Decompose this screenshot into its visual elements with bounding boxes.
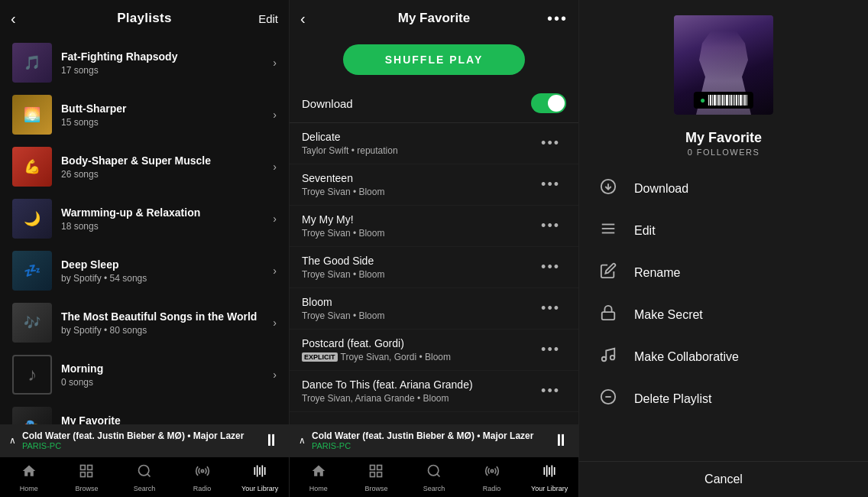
secret-icon (598, 304, 619, 325)
pause-button-left[interactable]: ⏸ (263, 430, 280, 450)
download-toggle[interactable] (531, 93, 566, 113)
context-item-edit[interactable]: Edit (579, 210, 868, 252)
song-artist: Troye Sivan, Ariana Grande • Bloom (302, 393, 449, 404)
library-icon-mid (542, 463, 557, 482)
download-icon (598, 178, 619, 199)
song-info: Dance To This (feat. Ariana Grande) Troy… (302, 378, 535, 404)
song-more-button[interactable]: ••• (535, 132, 566, 154)
back-button-mid[interactable]: ‹ (300, 10, 306, 28)
playlist-name: Warmming-up & Relaxation (61, 206, 273, 219)
context-delete-label: Delete Playlist (634, 392, 711, 406)
nav-item-library-mid[interactable]: Your Library (529, 463, 571, 492)
svg-rect-1 (88, 466, 92, 470)
nav-item-home-left[interactable]: Home (8, 463, 50, 492)
radio-icon (195, 463, 210, 482)
nav-item-browse-left[interactable]: Browse (66, 463, 108, 492)
context-followers: 0 FOLLOWERS (579, 148, 868, 167)
playlist-meta: 18 songs (61, 221, 273, 232)
nav-label-radio: Radio (193, 485, 212, 492)
playlist-item[interactable]: 🌙 Warmming-up & Relaxation 18 songs › (0, 193, 289, 245)
song-item[interactable]: Bloom Troye Sivan • Bloom ••• (290, 288, 578, 330)
playlist-item[interactable]: 💪 Body-Shaper & Super Muscle 26 songs › (0, 141, 289, 193)
song-item[interactable]: My My My! Troye Sivan • Bloom ••• (290, 206, 578, 247)
context-item-make-secret[interactable]: Make Secret (579, 294, 868, 336)
song-more-button[interactable]: ••• (535, 297, 566, 320)
svg-point-30 (602, 357, 607, 362)
playlist-thumb: ♪ (12, 355, 52, 395)
left-panel: ‹ Playlists Edit 🎵 Fat-Fighting Rhapsody… (0, 0, 290, 497)
song-item[interactable]: Postcard (feat. Gordi) EXPLICIT Troye Si… (290, 330, 578, 371)
player-artist-mid: PARIS-PC (312, 441, 533, 450)
edit-icon (598, 220, 619, 241)
playlist-item[interactable]: 💤 Deep Sleep by Spotify • 54 songs › (0, 245, 289, 297)
playlist-item[interactable]: 🎶 The Most Beautiful Songs in the World … (0, 297, 289, 349)
player-bar-left[interactable]: ∧ Cold Water (feat. Justin Bieber & MØ) … (0, 424, 289, 456)
playlist-meta: 17 songs (61, 65, 273, 76)
playlist-item[interactable]: ♪ Morning 0 songs › (0, 349, 289, 401)
playlist-meta: 26 songs (61, 169, 273, 180)
playlist-item[interactable]: 🎵 Fat-Fighting Rhapsody 17 songs › (0, 37, 289, 89)
player-bar-mid[interactable]: ∧ Cold Water (feat. Justin Bieber & MØ) … (290, 424, 578, 456)
song-meta: EXPLICIT Troye Sivan, Gordi • Bloom (302, 352, 535, 362)
nav-label-browse-mid: Browse (364, 485, 387, 492)
playlist-item[interactable]: 🎭 My Favorite 11 songs › (0, 401, 289, 424)
song-name: Delicate (302, 131, 535, 143)
context-item-download[interactable]: Download (579, 167, 868, 210)
nav-item-browse-mid[interactable]: Browse (355, 463, 397, 492)
song-more-button[interactable]: ••• (535, 339, 566, 361)
playlist-info: Fat-Fighting Rhapsody 17 songs (61, 50, 273, 76)
song-name: My My My! (302, 213, 535, 226)
chevron-right-icon: › (273, 369, 277, 381)
song-info: Seventeen Troye Sivan • Bloom (302, 172, 535, 197)
playlist-thumb: 💪 (12, 147, 52, 187)
more-button-mid[interactable]: ••• (547, 10, 568, 28)
context-item-collaborative[interactable]: Make Collaborative (579, 336, 868, 378)
song-info: My My My! Troye Sivan • Bloom (302, 213, 535, 239)
library-icon (252, 463, 267, 482)
mid-header: ‹ My Favorite ••• (290, 0, 578, 37)
nav-item-search-mid[interactable]: Search (413, 463, 455, 492)
playlist-info: Warmming-up & Relaxation 18 songs (61, 206, 273, 232)
playlist-item[interactable]: 🌅 Butt-Sharper 15 songs › (0, 89, 289, 141)
song-artist: Troye Sivan • Bloom (302, 187, 384, 197)
song-list: Delicate Taylor Swift • reputation ••• S… (290, 123, 578, 424)
pause-button-mid[interactable]: ⏸ (552, 430, 569, 450)
playlist-meta: by Spotify • 80 songs (61, 325, 273, 336)
nav-item-search-left[interactable]: Search (123, 463, 165, 492)
context-item-rename[interactable]: Rename (579, 252, 868, 294)
song-more-button[interactable]: ••• (535, 215, 566, 237)
shuffle-play-button[interactable]: SHUFFLE PLAY (343, 44, 526, 75)
album-art: ● (674, 15, 773, 115)
nav-item-library-left[interactable]: Your Library (239, 463, 281, 492)
context-item-delete[interactable]: Delete Playlist (579, 378, 868, 420)
song-item[interactable]: Dance To This (feat. Ariana Grande) Troy… (290, 371, 578, 412)
song-item[interactable]: The Good Side Troye Sivan • Bloom ••• (290, 247, 578, 288)
playlist-info: Deep Sleep by Spotify • 54 songs (61, 258, 273, 284)
song-name: The Good Side (302, 255, 535, 267)
radio-icon-mid (484, 463, 500, 482)
back-button-left[interactable]: ‹ (11, 10, 16, 28)
cancel-button[interactable]: Cancel (579, 461, 868, 497)
nav-item-radio-mid[interactable]: Radio (471, 463, 513, 492)
context-playlist-name: My Favorite (579, 124, 868, 148)
svg-point-16 (428, 466, 438, 476)
playlist-thumb: 💤 (12, 251, 52, 291)
song-name: Dance To This (feat. Ariana Grande) (302, 378, 535, 391)
spotify-logo-icon: ● (700, 95, 705, 106)
nav-item-radio-left[interactable]: Radio (181, 463, 223, 492)
context-rename-label: Rename (634, 266, 680, 280)
chevron-up-icon: ∧ (9, 435, 16, 446)
song-more-button[interactable]: ••• (535, 174, 566, 196)
song-more-button[interactable]: ••• (535, 256, 566, 278)
edit-button-left[interactable]: Edit (258, 12, 278, 25)
song-more-button[interactable]: ••• (535, 380, 566, 402)
svg-rect-12 (371, 466, 375, 470)
nav-item-home-mid[interactable]: Home (297, 463, 339, 492)
song-item[interactable]: Delicate Taylor Swift • reputation ••• (290, 123, 578, 164)
context-edit-label: Edit (634, 224, 656, 238)
chevron-right-icon: › (273, 213, 277, 225)
nav-label-library: Your Library (241, 485, 278, 492)
nav-label-radio-mid: Radio (483, 485, 501, 492)
song-item[interactable]: Seventeen Troye Sivan • Bloom ••• (290, 164, 578, 206)
explicit-badge: EXPLICIT (302, 352, 338, 362)
